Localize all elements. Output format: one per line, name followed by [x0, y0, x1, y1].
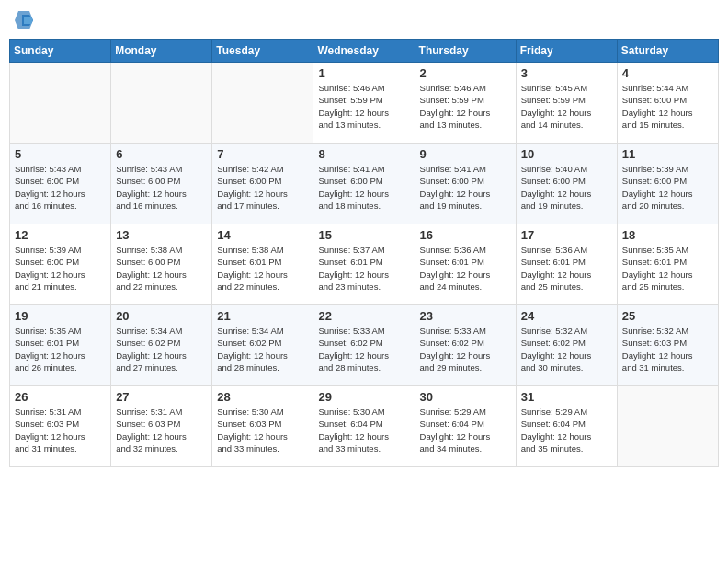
day-number: 18 — [622, 228, 713, 242]
day-number: 5 — [15, 147, 106, 161]
week-row-2: 5Sunrise: 5:43 AM Sunset: 6:00 PM Daylig… — [10, 144, 719, 224]
day-info: Sunrise: 5:36 AM Sunset: 6:01 PM Dayligh… — [420, 244, 511, 293]
day-cell: 17Sunrise: 5:36 AM Sunset: 6:01 PM Dayli… — [516, 224, 617, 305]
svg-marker-2 — [24, 17, 33, 24]
day-cell: 19Sunrise: 5:35 AM Sunset: 6:01 PM Dayli… — [10, 305, 111, 386]
day-info: Sunrise: 5:38 AM Sunset: 6:00 PM Dayligh… — [116, 244, 207, 293]
day-info: Sunrise: 5:30 AM Sunset: 6:03 PM Dayligh… — [217, 406, 308, 454]
day-number: 19 — [15, 309, 106, 323]
day-number: 25 — [622, 309, 713, 323]
day-cell: 21Sunrise: 5:34 AM Sunset: 6:02 PM Dayli… — [212, 305, 313, 386]
day-info: Sunrise: 5:29 AM Sunset: 6:04 PM Dayligh… — [420, 406, 511, 454]
day-number: 2 — [420, 66, 511, 80]
day-number: 20 — [116, 309, 207, 323]
day-number: 15 — [318, 228, 409, 242]
day-number: 10 — [521, 147, 612, 161]
day-info: Sunrise: 5:34 AM Sunset: 6:02 PM Dayligh… — [217, 325, 308, 373]
day-info: Sunrise: 5:30 AM Sunset: 6:04 PM Dayligh… — [318, 406, 409, 454]
day-info: Sunrise: 5:44 AM Sunset: 6:00 PM Dayligh… — [622, 82, 713, 131]
day-info: Sunrise: 5:33 AM Sunset: 6:02 PM Dayligh… — [420, 325, 511, 373]
day-number: 13 — [116, 228, 207, 242]
day-info: Sunrise: 5:37 AM Sunset: 6:01 PM Dayligh… — [318, 244, 409, 293]
day-cell: 26Sunrise: 5:31 AM Sunset: 6:03 PM Dayli… — [10, 386, 111, 467]
week-row-1: 1Sunrise: 5:46 AM Sunset: 5:59 PM Daylig… — [10, 63, 719, 144]
day-info: Sunrise: 5:35 AM Sunset: 6:01 PM Dayligh… — [15, 325, 106, 373]
day-cell — [111, 63, 212, 144]
day-info: Sunrise: 5:31 AM Sunset: 6:03 PM Dayligh… — [15, 406, 106, 454]
day-info: Sunrise: 5:32 AM Sunset: 6:02 PM Dayligh… — [521, 325, 612, 373]
day-info: Sunrise: 5:31 AM Sunset: 6:03 PM Dayligh… — [116, 406, 207, 454]
day-number: 21 — [217, 309, 308, 323]
day-cell: 30Sunrise: 5:29 AM Sunset: 6:04 PM Dayli… — [415, 386, 516, 467]
day-number: 1 — [318, 66, 409, 80]
day-number: 16 — [420, 228, 511, 242]
day-cell: 4Sunrise: 5:44 AM Sunset: 6:00 PM Daylig… — [617, 63, 718, 144]
day-info: Sunrise: 5:29 AM Sunset: 6:04 PM Dayligh… — [521, 406, 612, 454]
day-number: 17 — [521, 228, 612, 242]
weekday-header-friday: Friday — [516, 40, 617, 63]
day-info: Sunrise: 5:45 AM Sunset: 5:59 PM Dayligh… — [521, 82, 612, 131]
day-cell: 8Sunrise: 5:41 AM Sunset: 6:00 PM Daylig… — [313, 144, 415, 224]
weekday-header-saturday: Saturday — [617, 40, 718, 63]
day-number: 12 — [15, 228, 106, 242]
day-number: 6 — [116, 147, 207, 161]
day-info: Sunrise: 5:39 AM Sunset: 6:00 PM Dayligh… — [622, 163, 713, 212]
day-cell: 11Sunrise: 5:39 AM Sunset: 6:00 PM Dayli… — [617, 144, 718, 224]
day-cell: 24Sunrise: 5:32 AM Sunset: 6:02 PM Dayli… — [516, 305, 617, 386]
day-number: 9 — [420, 147, 511, 161]
week-row-3: 12Sunrise: 5:39 AM Sunset: 6:00 PM Dayli… — [10, 224, 719, 305]
day-info: Sunrise: 5:46 AM Sunset: 5:59 PM Dayligh… — [318, 82, 409, 131]
day-number: 26 — [15, 390, 106, 404]
day-cell — [617, 386, 718, 467]
day-info: Sunrise: 5:35 AM Sunset: 6:01 PM Dayligh… — [622, 244, 713, 293]
day-cell: 7Sunrise: 5:42 AM Sunset: 6:00 PM Daylig… — [212, 144, 313, 224]
day-number: 29 — [318, 390, 409, 404]
day-info: Sunrise: 5:41 AM Sunset: 6:00 PM Dayligh… — [420, 163, 511, 212]
day-number: 31 — [521, 390, 612, 404]
day-number: 3 — [521, 66, 612, 80]
day-cell: 13Sunrise: 5:38 AM Sunset: 6:00 PM Dayli… — [111, 224, 212, 305]
day-cell — [212, 63, 313, 144]
day-cell: 15Sunrise: 5:37 AM Sunset: 6:01 PM Dayli… — [313, 224, 415, 305]
week-row-4: 19Sunrise: 5:35 AM Sunset: 6:01 PM Dayli… — [10, 305, 719, 386]
logo-icon — [15, 9, 33, 31]
day-info: Sunrise: 5:43 AM Sunset: 6:00 PM Dayligh… — [116, 163, 207, 212]
day-number: 11 — [622, 147, 713, 161]
header — [9, 9, 719, 31]
day-cell: 2Sunrise: 5:46 AM Sunset: 5:59 PM Daylig… — [415, 63, 516, 144]
weekday-header-monday: Monday — [111, 40, 212, 63]
day-info: Sunrise: 5:43 AM Sunset: 6:00 PM Dayligh… — [15, 163, 106, 212]
day-cell: 25Sunrise: 5:32 AM Sunset: 6:03 PM Dayli… — [617, 305, 718, 386]
day-info: Sunrise: 5:34 AM Sunset: 6:02 PM Dayligh… — [116, 325, 207, 373]
weekday-header-sunday: Sunday — [10, 40, 111, 63]
day-info: Sunrise: 5:36 AM Sunset: 6:01 PM Dayligh… — [521, 244, 612, 293]
day-cell: 5Sunrise: 5:43 AM Sunset: 6:00 PM Daylig… — [10, 144, 111, 224]
day-cell: 29Sunrise: 5:30 AM Sunset: 6:04 PM Dayli… — [313, 386, 415, 467]
day-number: 7 — [217, 147, 308, 161]
day-cell: 16Sunrise: 5:36 AM Sunset: 6:01 PM Dayli… — [415, 224, 516, 305]
day-info: Sunrise: 5:41 AM Sunset: 6:00 PM Dayligh… — [318, 163, 409, 212]
weekday-header-tuesday: Tuesday — [212, 40, 313, 63]
day-info: Sunrise: 5:42 AM Sunset: 6:00 PM Dayligh… — [217, 163, 308, 212]
day-cell: 23Sunrise: 5:33 AM Sunset: 6:02 PM Dayli… — [415, 305, 516, 386]
day-cell — [10, 63, 111, 144]
day-number: 4 — [622, 66, 713, 80]
day-number: 14 — [217, 228, 308, 242]
day-cell: 28Sunrise: 5:30 AM Sunset: 6:03 PM Dayli… — [212, 386, 313, 467]
day-cell: 6Sunrise: 5:43 AM Sunset: 6:00 PM Daylig… — [111, 144, 212, 224]
day-info: Sunrise: 5:38 AM Sunset: 6:01 PM Dayligh… — [217, 244, 308, 293]
day-info: Sunrise: 5:46 AM Sunset: 5:59 PM Dayligh… — [420, 82, 511, 131]
calendar: SundayMondayTuesdayWednesdayThursdayFrid… — [9, 39, 719, 467]
day-cell: 12Sunrise: 5:39 AM Sunset: 6:00 PM Dayli… — [10, 224, 111, 305]
day-cell: 31Sunrise: 5:29 AM Sunset: 6:04 PM Dayli… — [516, 386, 617, 467]
page: SundayMondayTuesdayWednesdayThursdayFrid… — [0, 0, 728, 563]
day-number: 8 — [318, 147, 409, 161]
weekday-header-thursday: Thursday — [415, 40, 516, 63]
day-cell: 22Sunrise: 5:33 AM Sunset: 6:02 PM Dayli… — [313, 305, 415, 386]
weekday-header-wednesday: Wednesday — [313, 40, 415, 63]
day-cell: 27Sunrise: 5:31 AM Sunset: 6:03 PM Dayli… — [111, 386, 212, 467]
day-info: Sunrise: 5:33 AM Sunset: 6:02 PM Dayligh… — [318, 325, 409, 373]
day-info: Sunrise: 5:40 AM Sunset: 6:00 PM Dayligh… — [521, 163, 612, 212]
day-number: 27 — [116, 390, 207, 404]
day-number: 23 — [420, 309, 511, 323]
